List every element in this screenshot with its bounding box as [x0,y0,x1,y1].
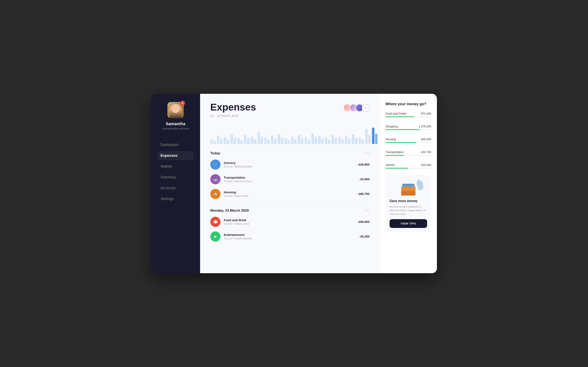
housing-progress-bar [385,142,431,143]
housing-meta: 5:12 pm • Bayar Listrik [224,194,357,197]
housing-cat-name: Housing [385,138,396,141]
section-divider [210,203,370,204]
category-divider [385,133,431,133]
chart-bar [258,133,260,144]
chart-bar [375,134,378,144]
chart-bar [321,139,324,144]
chart-bar [359,137,361,144]
sidebar-item-wallets[interactable]: Wallets [157,162,194,171]
box-drawer [401,191,415,196]
category-vehicle: Vehicle 520.000 [385,163,431,169]
view-tips-button[interactable]: VIEW TIPS [389,219,427,228]
chart-bar [338,137,341,144]
monday-section-header: Monday, 23 March 2020 [210,209,370,213]
transportation-progress-fill [385,155,404,156]
shopping-progress-fill [385,129,420,130]
transportation-progress-bar [385,155,431,156]
shopping-progress-bar [385,129,431,130]
chart-bar-group [224,137,229,144]
chart-bar [254,139,256,144]
sidebar-item-settings[interactable]: Settings [157,194,194,203]
chart-bar [231,134,233,144]
transaction-food-drink[interactable]: 🍽️ Food and Drink 5:12 pm • Makan Steak … [210,217,370,227]
grocery-name: Grocery [224,161,357,165]
shopping-value: 1.378.200 [419,125,431,128]
chart-bar-group [305,137,310,144]
chart-bar [311,133,314,144]
chart-bar-group [332,135,337,144]
dot [367,210,368,211]
plant-leaf [415,179,424,191]
dot [365,210,366,211]
transaction-grocery[interactable]: 🛒 Grocery 5:12 pm • Belanja di pasar -32… [210,159,370,170]
chart-bar [285,138,287,144]
chart-bar-group [318,136,324,144]
chart-bar [210,139,213,144]
today-dots-menu[interactable] [365,153,370,154]
chart-bar [341,139,344,144]
sidebar-item-summary[interactable]: Summary [157,173,194,182]
chart-bar [213,141,216,144]
grocery-icon: 🛒 [210,159,221,170]
entertainment-icon: ▶ [210,231,221,242]
page-title-section: Expenses 01 – 25 March, 2020 [210,102,256,117]
chart-bar [278,134,280,144]
food-drink-info: Food and Drink 5:12 pm • Makan Steak [224,218,357,225]
monday-label: Monday, 23 March 2020 [210,209,249,213]
housing-amount: -185.750 [357,192,370,196]
entertainment-meta: 5:12 pm • Nonton Bioskop [224,237,359,240]
transaction-housing[interactable]: 🏠 Housing 5:12 pm • Bayar Listrik -185.7… [210,189,370,199]
sidebar-item-expenses[interactable]: Expenses [157,151,194,160]
chart-bar-group [291,137,297,144]
chart-bar-group [325,137,330,144]
category-transportation: Transportation 420.700 [385,150,431,159]
sidebar-item-dashboard[interactable]: Dashboard [157,140,194,150]
chart-bar [298,135,300,144]
chart-bar [291,137,294,144]
food-drink-name: Food and Drink [224,218,357,222]
category-housing: Housing 928.500 [385,138,431,146]
category-shopping: Shopping 1.378.200 [385,125,431,133]
chart-bar [237,138,240,144]
user-section: 4 Samantha samantha@email.com [157,102,194,130]
monday-section: Monday, 23 March 2020 🍽️ Food and Drink … [210,209,370,242]
vehicle-header: Vehicle 520.000 [385,163,431,167]
chart-bar [305,137,307,144]
vehicle-progress-fill [385,168,408,169]
main-content: Expenses 01 – 25 March, 2020 + Today [200,94,380,273]
chart-bar-group [372,128,378,144]
box-stack [401,180,415,196]
chart-bar [362,140,364,144]
avatar-group: + [343,104,370,112]
chart-bar [301,138,303,144]
chart-bar [328,140,330,144]
add-collaborator-button[interactable]: + [362,104,370,112]
chart-bar-group [251,137,256,144]
monday-dots-menu[interactable] [365,210,370,211]
page-subtitle: 01 – 25 March, 2020 [210,114,256,117]
chart-bar-group [311,133,317,144]
entertainment-amount: -35.200 [359,235,370,238]
chart-bar [348,139,351,144]
transaction-transportation[interactable]: 🚌 Transportation 5:12 pm • Naik bus umum… [210,174,370,184]
sidebar-item-accounts[interactable]: Accounts [157,184,194,193]
save-card-title: Save more money [389,199,427,203]
chart-bar-group [264,137,270,144]
food-drinks-value: 872.400 [421,112,431,115]
chart-bar [251,137,253,144]
chart-bar [260,137,263,144]
today-section: Today 🛒 Grocery 5:12 pm • Belanja di pas… [210,151,370,199]
save-card: Save more money eiusmod tempor incididun… [385,175,431,232]
transportation-cat-header: Transportation 420.700 [385,150,431,154]
today-label: Today [210,151,220,155]
notification-badge: 4 [180,101,185,106]
transaction-entertainment[interactable]: ▶ Entertainment 5:12 pm • Nonton Bioskop… [210,231,370,242]
category-divider [385,159,431,159]
vehicle-value: 520.000 [421,163,431,167]
chart-bar [247,138,250,144]
housing-info: Housing 5:12 pm • Bayar Listrik [224,191,357,197]
housing-icon: 🏠 [210,189,221,199]
dot [369,153,370,154]
chart-bar-group [352,134,357,144]
vehicle-progress-bar [385,168,431,169]
